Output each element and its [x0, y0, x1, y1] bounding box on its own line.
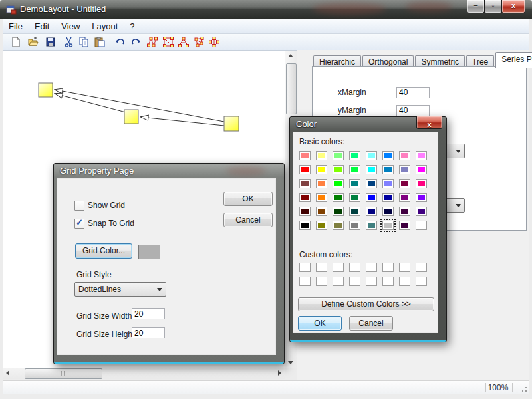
basic-color-swatch[interactable]	[366, 207, 377, 216]
basic-color-swatch[interactable]	[299, 193, 311, 202]
graph-node[interactable]	[124, 110, 138, 124]
basic-color-swatch[interactable]	[399, 179, 410, 188]
layout-series-parallel-button[interactable]	[208, 36, 220, 48]
custom-color-swatch[interactable]	[349, 263, 360, 272]
basic-color-swatch[interactable]	[299, 207, 311, 216]
basic-color-swatch[interactable]	[332, 221, 344, 230]
basic-color-swatch[interactable]	[399, 193, 410, 202]
basic-color-swatch[interactable]	[416, 207, 427, 216]
grid-cancel-button[interactable]: Cancel	[223, 213, 273, 227]
basic-color-swatch[interactable]	[316, 165, 327, 174]
custom-color-swatch[interactable]	[349, 277, 360, 286]
graph-node[interactable]	[39, 83, 53, 97]
basic-color-swatch[interactable]	[366, 193, 377, 202]
layout-orthogonal-button[interactable]	[162, 36, 174, 48]
basic-color-swatch[interactable]	[349, 207, 360, 216]
menu-edit[interactable]: Edit	[29, 20, 55, 33]
tab-series-parallel[interactable]: Series Parallel	[495, 52, 532, 68]
grid-dialog-title-bar[interactable]: Grid Property Page	[57, 164, 281, 178]
scroll-down-button[interactable]	[285, 356, 297, 368]
basic-color-swatch[interactable]	[416, 165, 427, 174]
basic-color-swatch[interactable]	[316, 221, 327, 230]
layout-hierarchic-button[interactable]	[146, 36, 158, 48]
basic-color-swatch[interactable]	[332, 207, 344, 216]
basic-color-swatch[interactable]	[316, 207, 327, 216]
basic-color-swatch[interactable]	[299, 179, 311, 188]
graph-edge[interactable]	[141, 117, 224, 126]
custom-color-swatch[interactable]	[366, 263, 377, 272]
grid-ok-button[interactable]: OK	[223, 192, 273, 206]
custom-color-swatch[interactable]	[399, 277, 410, 286]
custom-color-swatch[interactable]	[416, 277, 427, 286]
vertical-scroll-thumb[interactable]	[286, 63, 297, 114]
custom-color-swatch[interactable]	[332, 277, 344, 286]
basic-color-swatch[interactable]	[399, 207, 410, 216]
custom-color-swatch[interactable]	[332, 263, 344, 272]
basic-color-swatch[interactable]	[366, 179, 377, 188]
custom-color-swatch[interactable]	[399, 263, 410, 272]
basic-color-swatch[interactable]	[382, 207, 394, 216]
xmargin-input[interactable]	[396, 87, 430, 98]
basic-color-swatch[interactable]	[416, 221, 427, 230]
ymargin-input[interactable]	[396, 105, 430, 116]
basic-color-swatch[interactable]	[349, 165, 360, 174]
basic-color-swatch[interactable]	[349, 179, 360, 188]
basic-color-swatch[interactable]	[366, 151, 377, 160]
basic-color-swatch[interactable]	[416, 193, 427, 202]
basic-color-swatch[interactable]	[366, 165, 377, 174]
snap-to-grid-checkbox[interactable]: ✓	[74, 219, 84, 229]
cut-button[interactable]	[63, 36, 75, 48]
horizontal-scroll-thumb[interactable]	[25, 368, 102, 379]
basic-color-swatch[interactable]	[416, 151, 427, 160]
grid-size-width-input[interactable]	[132, 308, 165, 319]
horizontal-scrollbar[interactable]	[3, 368, 285, 379]
minimize-button[interactable]: –	[467, 0, 485, 13]
copy-button[interactable]	[78, 36, 90, 48]
color-ok-button[interactable]: OK	[298, 316, 342, 331]
save-button[interactable]	[45, 36, 57, 48]
custom-color-swatch[interactable]	[316, 263, 327, 272]
basic-color-swatch[interactable]	[366, 221, 377, 230]
basic-color-swatch[interactable]	[399, 221, 410, 230]
custom-color-swatch[interactable]	[382, 277, 394, 286]
resize-grip[interactable]	[519, 384, 528, 393]
basic-color-swatch[interactable]	[382, 151, 394, 160]
basic-color-swatch[interactable]	[299, 151, 311, 160]
undo-button[interactable]	[114, 36, 126, 48]
maximize-button[interactable]: ▫	[484, 0, 502, 13]
layout-tree-button[interactable]	[194, 36, 205, 48]
title-bar[interactable]: DemoLayout - Untitled – ▫ x	[0, 0, 532, 19]
scroll-right-button[interactable]	[274, 368, 285, 379]
new-button[interactable]	[10, 36, 22, 48]
menu-help[interactable]: ?	[124, 20, 140, 33]
basic-color-swatch[interactable]	[382, 193, 394, 202]
layout-symmetric-button[interactable]	[178, 36, 190, 48]
grid-size-height-input[interactable]	[132, 327, 165, 338]
basic-color-swatch[interactable]	[316, 151, 327, 160]
basic-color-swatch[interactable]	[332, 165, 344, 174]
grid-color-button[interactable]: Grid Color...	[75, 243, 132, 259]
basic-color-swatch[interactable]	[399, 165, 410, 174]
custom-color-swatch[interactable]	[299, 277, 311, 286]
basic-color-swatch[interactable]	[349, 221, 360, 230]
custom-color-swatch[interactable]	[366, 277, 377, 286]
color-dialog-title-bar[interactable]: Color x	[293, 117, 444, 132]
color-cancel-button[interactable]: Cancel	[349, 316, 393, 331]
custom-color-swatch[interactable]	[299, 263, 311, 272]
basic-color-swatch[interactable]	[382, 165, 394, 174]
close-button[interactable]: x	[501, 0, 525, 13]
basic-color-swatch[interactable]	[316, 193, 327, 202]
basic-color-swatch[interactable]	[349, 193, 360, 202]
basic-color-swatch[interactable]	[299, 221, 311, 230]
basic-color-swatch[interactable]	[382, 179, 394, 188]
graph-node[interactable]	[224, 116, 239, 131]
custom-color-swatch[interactable]	[316, 277, 327, 286]
color-dialog-close-button[interactable]: x	[416, 116, 442, 129]
basic-color-swatch[interactable]	[399, 151, 410, 160]
scroll-up-button[interactable]	[285, 51, 297, 62]
paste-button[interactable]	[94, 36, 106, 48]
basic-color-swatch[interactable]	[299, 165, 311, 174]
basic-color-swatch[interactable]	[316, 179, 327, 188]
basic-color-swatch[interactable]	[332, 151, 344, 160]
basic-color-swatch[interactable]	[332, 179, 344, 188]
